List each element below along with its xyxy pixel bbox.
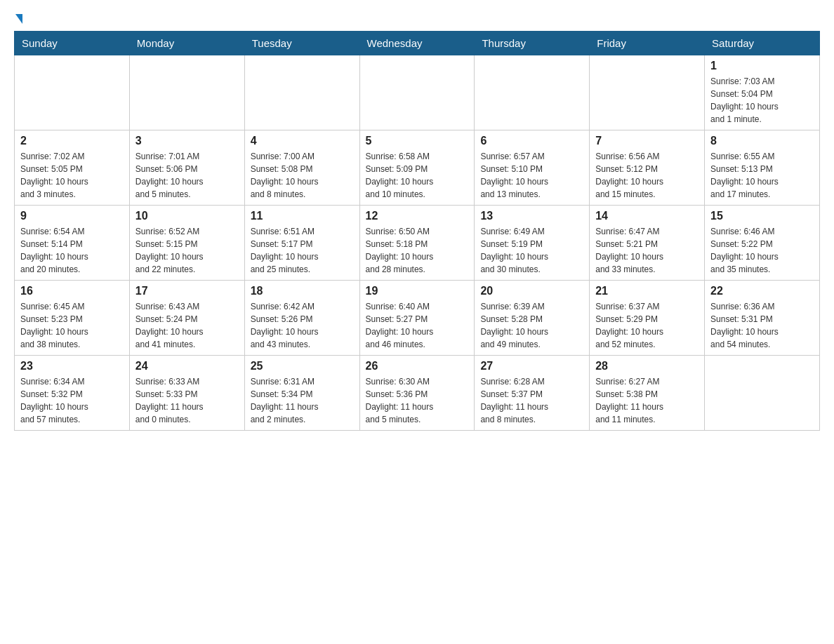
day-number: 13 [480,210,583,222]
header-tuesday: Tuesday [244,32,359,55]
day-info: Sunrise: 6:34 AM Sunset: 5:32 PM Dayligh… [20,375,124,426]
calendar-week-4: 16Sunrise: 6:45 AM Sunset: 5:23 PM Dayli… [15,281,820,356]
day-info: Sunrise: 6:50 AM Sunset: 5:18 PM Dayligh… [366,225,469,276]
calendar-cell: 7Sunrise: 6:56 AM Sunset: 5:12 PM Daylig… [590,130,705,206]
calendar-cell: 16Sunrise: 6:45 AM Sunset: 5:23 PM Dayli… [15,281,130,356]
day-number: 18 [251,285,354,297]
header-friday: Friday [590,32,705,55]
day-info: Sunrise: 6:43 AM Sunset: 5:24 PM Dayligh… [135,300,239,351]
day-info: Sunrise: 6:39 AM Sunset: 5:28 PM Dayligh… [480,300,583,351]
calendar-cell: 12Sunrise: 6:50 AM Sunset: 5:18 PM Dayli… [359,206,475,281]
header-saturday: Saturday [705,32,820,55]
calendar-cell [590,55,705,130]
day-info: Sunrise: 6:55 AM Sunset: 5:13 PM Dayligh… [710,150,814,201]
day-info: Sunrise: 6:52 AM Sunset: 5:15 PM Dayligh… [135,225,239,276]
calendar-cell: 25Sunrise: 6:31 AM Sunset: 5:34 PM Dayli… [244,356,359,431]
day-number: 26 [366,360,469,373]
calendar-cell [705,356,820,431]
calendar-cell: 15Sunrise: 6:46 AM Sunset: 5:22 PM Dayli… [705,206,820,281]
day-info: Sunrise: 6:49 AM Sunset: 5:19 PM Dayligh… [480,225,583,276]
day-number: 19 [366,285,469,297]
day-number: 25 [251,360,354,373]
day-info: Sunrise: 6:54 AM Sunset: 5:14 PM Dayligh… [20,225,124,276]
calendar-cell: 22Sunrise: 6:36 AM Sunset: 5:31 PM Dayli… [705,281,820,356]
day-info: Sunrise: 6:40 AM Sunset: 5:27 PM Dayligh… [366,300,469,351]
calendar-cell: 6Sunrise: 6:57 AM Sunset: 5:10 PM Daylig… [475,130,590,206]
calendar-cell: 23Sunrise: 6:34 AM Sunset: 5:32 PM Dayli… [15,356,130,431]
calendar-cell: 13Sunrise: 6:49 AM Sunset: 5:19 PM Dayli… [475,206,590,281]
day-info: Sunrise: 7:01 AM Sunset: 5:06 PM Dayligh… [135,150,239,201]
calendar-cell: 28Sunrise: 6:27 AM Sunset: 5:38 PM Dayli… [590,356,705,431]
day-number: 20 [480,285,583,297]
calendar-cell: 3Sunrise: 7:01 AM Sunset: 5:06 PM Daylig… [129,130,244,206]
calendar-week-5: 23Sunrise: 6:34 AM Sunset: 5:32 PM Dayli… [15,356,820,431]
day-info: Sunrise: 6:27 AM Sunset: 5:38 PM Dayligh… [595,375,699,426]
day-info: Sunrise: 6:58 AM Sunset: 5:09 PM Dayligh… [366,150,469,201]
logo [14,14,22,24]
day-number: 22 [710,285,814,297]
calendar-cell [129,55,244,130]
calendar-cell: 26Sunrise: 6:30 AM Sunset: 5:36 PM Dayli… [359,356,475,431]
calendar-table: SundayMondayTuesdayWednesdayThursdayFrid… [14,31,820,431]
day-info: Sunrise: 7:02 AM Sunset: 5:05 PM Dayligh… [20,150,124,201]
logo-triangle-icon [15,14,22,24]
calendar-cell: 18Sunrise: 6:42 AM Sunset: 5:26 PM Dayli… [244,281,359,356]
calendar-cell: 4Sunrise: 7:00 AM Sunset: 5:08 PM Daylig… [244,130,359,206]
day-info: Sunrise: 6:33 AM Sunset: 5:33 PM Dayligh… [135,375,239,426]
day-info: Sunrise: 6:47 AM Sunset: 5:21 PM Dayligh… [595,225,699,276]
day-info: Sunrise: 6:56 AM Sunset: 5:12 PM Dayligh… [595,150,699,201]
day-number: 8 [710,135,814,147]
calendar-cell: 9Sunrise: 6:54 AM Sunset: 5:14 PM Daylig… [15,206,130,281]
calendar-cell: 5Sunrise: 6:58 AM Sunset: 5:09 PM Daylig… [359,130,475,206]
day-number: 15 [710,210,814,222]
day-info: Sunrise: 6:51 AM Sunset: 5:17 PM Dayligh… [251,225,354,276]
day-number: 12 [366,210,469,222]
day-info: Sunrise: 6:30 AM Sunset: 5:36 PM Dayligh… [366,375,469,426]
day-number: 23 [20,360,124,373]
calendar-header: SundayMondayTuesdayWednesdayThursdayFrid… [15,32,820,55]
calendar-week-3: 9Sunrise: 6:54 AM Sunset: 5:14 PM Daylig… [15,206,820,281]
calendar-cell: 11Sunrise: 6:51 AM Sunset: 5:17 PM Dayli… [244,206,359,281]
day-info: Sunrise: 6:46 AM Sunset: 5:22 PM Dayligh… [710,225,814,276]
calendar-cell: 14Sunrise: 6:47 AM Sunset: 5:21 PM Dayli… [590,206,705,281]
day-number: 27 [480,360,583,373]
calendar-week-1: 1Sunrise: 7:03 AM Sunset: 5:04 PM Daylig… [15,55,820,130]
header-wednesday: Wednesday [359,32,475,55]
day-info: Sunrise: 6:37 AM Sunset: 5:29 PM Dayligh… [595,300,699,351]
day-info: Sunrise: 7:03 AM Sunset: 5:04 PM Dayligh… [710,75,814,126]
day-number: 3 [135,135,239,147]
day-number: 4 [251,135,354,147]
day-number: 5 [366,135,469,147]
calendar-cell [15,55,130,130]
day-info: Sunrise: 6:42 AM Sunset: 5:26 PM Dayligh… [251,300,354,351]
day-info: Sunrise: 6:57 AM Sunset: 5:10 PM Dayligh… [480,150,583,201]
calendar-week-2: 2Sunrise: 7:02 AM Sunset: 5:05 PM Daylig… [15,130,820,206]
day-number: 24 [135,360,239,373]
calendar-cell: 24Sunrise: 6:33 AM Sunset: 5:33 PM Dayli… [129,356,244,431]
header-monday: Monday [129,32,244,55]
header-thursday: Thursday [475,32,590,55]
calendar-cell [359,55,475,130]
page-header [14,14,820,24]
day-number: 2 [20,135,124,147]
day-number: 17 [135,285,239,297]
day-number: 11 [251,210,354,222]
day-number: 10 [135,210,239,222]
day-info: Sunrise: 6:45 AM Sunset: 5:23 PM Dayligh… [20,300,124,351]
calendar-cell: 1Sunrise: 7:03 AM Sunset: 5:04 PM Daylig… [705,55,820,130]
calendar-cell: 8Sunrise: 6:55 AM Sunset: 5:13 PM Daylig… [705,130,820,206]
day-number: 6 [480,135,583,147]
day-info: Sunrise: 6:31 AM Sunset: 5:34 PM Dayligh… [251,375,354,426]
calendar-cell: 21Sunrise: 6:37 AM Sunset: 5:29 PM Dayli… [590,281,705,356]
calendar-cell: 10Sunrise: 6:52 AM Sunset: 5:15 PM Dayli… [129,206,244,281]
calendar-cell: 20Sunrise: 6:39 AM Sunset: 5:28 PM Dayli… [475,281,590,356]
calendar-cell: 17Sunrise: 6:43 AM Sunset: 5:24 PM Dayli… [129,281,244,356]
day-number: 14 [595,210,699,222]
calendar-cell: 19Sunrise: 6:40 AM Sunset: 5:27 PM Dayli… [359,281,475,356]
day-info: Sunrise: 6:28 AM Sunset: 5:37 PM Dayligh… [480,375,583,426]
day-number: 1 [710,60,814,72]
day-info: Sunrise: 7:00 AM Sunset: 5:08 PM Dayligh… [251,150,354,201]
day-number: 9 [20,210,124,222]
calendar-cell [475,55,590,130]
day-info: Sunrise: 6:36 AM Sunset: 5:31 PM Dayligh… [710,300,814,351]
